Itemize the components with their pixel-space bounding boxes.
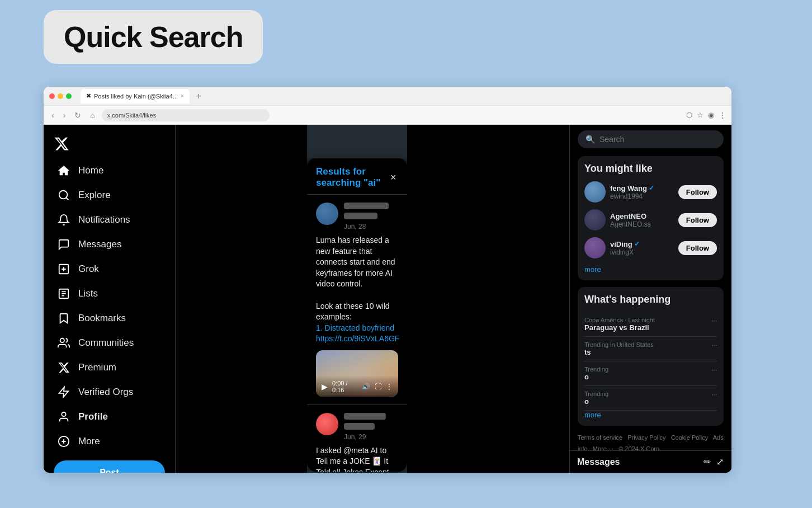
footer-privacy[interactable]: Privacy Policy	[627, 434, 665, 441]
messages-bar: Messages ✏ ⤢	[569, 450, 731, 473]
communities-icon	[57, 337, 70, 349]
trend-dots-2[interactable]: ···	[711, 366, 717, 374]
notifications-icon	[57, 214, 70, 226]
tab-title: Posts liked by Kain (@Skiia4...	[94, 93, 178, 100]
sidebar-item-home[interactable]: Home	[47, 159, 172, 182]
address-bar-input[interactable]: x.com/Skiia4/likes	[102, 109, 270, 121]
sidebar-label-premium: Premium	[78, 362, 116, 373]
more-options-video-1[interactable]: ⋮	[386, 383, 393, 391]
sidebar-item-communities[interactable]: Communities	[47, 331, 172, 355]
tweet-user-row-2: Jun, 29	[344, 413, 398, 441]
right-search-icon: 🔍	[586, 135, 595, 144]
sidebar-item-more[interactable]: More	[47, 430, 172, 453]
footer-cookie[interactable]: Cookie Policy	[671, 434, 709, 441]
post-button[interactable]: Post	[54, 460, 165, 473]
minimize-window-button[interactable]	[58, 93, 63, 99]
sidebar-item-explore[interactable]: Explore	[47, 184, 172, 207]
play-button-1[interactable]: ▶	[322, 382, 328, 391]
follow-button-1[interactable]: Follow	[678, 213, 717, 227]
tweet-name-2-redacted	[344, 413, 386, 420]
tweet-card-2[interactable]: Jun, 29 I asked @meta AI to Tell me a JO…	[307, 405, 407, 472]
tweet-name-1-redacted	[344, 203, 389, 209]
home-icon	[57, 164, 70, 177]
messages-icons: ✏ ⤢	[704, 457, 724, 467]
sidebar-item-lists[interactable]: Lists	[47, 282, 172, 305]
sidebar-item-profile[interactable]: Profile	[47, 405, 172, 429]
sidebar-item-verified-orgs[interactable]: Verified Orgs	[47, 380, 172, 404]
x-logo[interactable]	[44, 130, 175, 158]
menu-dots-icon[interactable]: ⋮	[719, 111, 726, 119]
sidebar-item-bookmarks[interactable]: Bookmarks	[47, 307, 172, 330]
compose-message-icon[interactable]: ✏	[704, 457, 711, 467]
svg-marker-4	[59, 387, 69, 397]
follow-button-2[interactable]: Follow	[678, 241, 717, 255]
tweet-header-1: Jun, 28	[316, 203, 398, 231]
back-button[interactable]: ‹	[49, 110, 56, 121]
browser-address-bar: ‹ › ↻ ⌂ x.com/Skiia4/likes ⬡ ☆ ◉ ⋮	[44, 106, 731, 125]
explore-icon	[57, 189, 70, 201]
sidebar-item-notifications[interactable]: Notifications	[47, 208, 172, 232]
follow-handle-2: ividingX	[610, 248, 674, 256]
search-results-modal: Results for searching "ai" × Jun, 28	[307, 158, 407, 472]
maximize-window-button[interactable]	[66, 93, 72, 99]
trend-item-1[interactable]: Trending in United States ts ···	[584, 337, 717, 361]
url-text: x.com/Skiia4/likes	[107, 112, 156, 119]
tweet-handle-2-redacted	[344, 423, 375, 430]
trend-item-2[interactable]: Trending o ···	[584, 361, 717, 386]
follow-avatar-1	[584, 209, 606, 231]
trend-item-3[interactable]: Trending o ···	[584, 386, 717, 411]
bookmark-star-icon[interactable]: ☆	[697, 111, 704, 119]
trend-category-1: Trending in United States	[584, 341, 654, 348]
follow-item-2[interactable]: viDing ✓ ividingX Follow	[584, 237, 717, 258]
follow-handle-1: AgentNEO.ss	[610, 220, 674, 228]
modal-close-button[interactable]: ×	[389, 170, 398, 185]
tweet-card-1[interactable]: Jun, 28 Luma has released a new feature …	[307, 195, 407, 405]
home-button[interactable]: ⌂	[88, 110, 97, 121]
svg-point-3	[60, 338, 64, 342]
modal-overlay[interactable]: Results for searching "ai" × Jun, 28	[307, 125, 407, 473]
trend-category-3: Trending	[584, 391, 608, 397]
grok-icon	[57, 263, 70, 275]
volume-button-1[interactable]: 🔊	[362, 383, 370, 391]
who-to-follow-title: You might like	[584, 163, 717, 175]
sidebar-item-messages[interactable]: Messages	[47, 233, 172, 256]
verified-badge-0: ✓	[649, 184, 654, 192]
browser-window-controls	[49, 93, 72, 99]
follow-button-0[interactable]: Follow	[678, 185, 717, 199]
footer-tos[interactable]: Terms of service	[578, 434, 622, 441]
messages-icon	[57, 238, 70, 251]
svg-point-0	[59, 191, 68, 199]
profile-circle-icon[interactable]: ◉	[708, 111, 714, 119]
browser-tab[interactable]: ✖ Posts liked by Kain (@Skiia4... ×	[81, 89, 190, 104]
trend-dots-1[interactable]: ···	[711, 341, 717, 349]
browser-window: ✖ Posts liked by Kain (@Skiia4... × + ‹ …	[44, 87, 731, 473]
sidebar-label-more: More	[78, 436, 100, 447]
reload-button[interactable]: ↻	[72, 110, 83, 121]
tweet-date-1: Jun, 28	[344, 223, 366, 231]
trending-show-more[interactable]: more	[584, 411, 717, 419]
tweet-video-1[interactable]: ▶ 0:00 / 0:16 🔊 ⛶ ⋮	[316, 350, 398, 397]
sidebar-item-premium[interactable]: Premium	[47, 356, 172, 379]
fullscreen-button-1[interactable]: ⛶	[375, 383, 381, 391]
forward-button[interactable]: ›	[61, 110, 68, 121]
close-window-button[interactable]	[49, 93, 55, 99]
trend-dots-3[interactable]: ···	[711, 391, 717, 398]
extensions-icon[interactable]: ⬡	[686, 111, 692, 119]
expand-messages-icon[interactable]: ⤢	[716, 457, 724, 467]
svg-point-5	[62, 412, 65, 416]
tweet-link-1[interactable]: 1. Distracted boyfriend https://t.co/9iS…	[316, 323, 399, 344]
follow-item-0[interactable]: feng Wang ✓ ewind1994 Follow	[584, 181, 717, 203]
sidebar-label-profile: Profile	[78, 411, 108, 422]
sidebar-item-grok[interactable]: Grok	[47, 257, 172, 281]
sidebar-label-grok: Grok	[78, 264, 99, 275]
trend-item-0[interactable]: Copa América · Last night Paraguay vs Br…	[584, 312, 717, 337]
follow-avatar-0	[584, 181, 606, 203]
right-search-box[interactable]: 🔍 Search	[578, 130, 724, 148]
new-tab-button[interactable]: +	[194, 91, 204, 101]
follow-name-2: viDing ✓	[610, 240, 674, 248]
tweet-meta-2: Jun, 29	[344, 413, 398, 441]
close-tab-icon[interactable]: ×	[181, 93, 184, 99]
follow-item-1[interactable]: AgentNEO AgentNEO.ss Follow	[584, 209, 717, 231]
who-to-follow-show-more[interactable]: more	[584, 265, 717, 274]
trend-dots-0[interactable]: ···	[711, 317, 717, 324]
